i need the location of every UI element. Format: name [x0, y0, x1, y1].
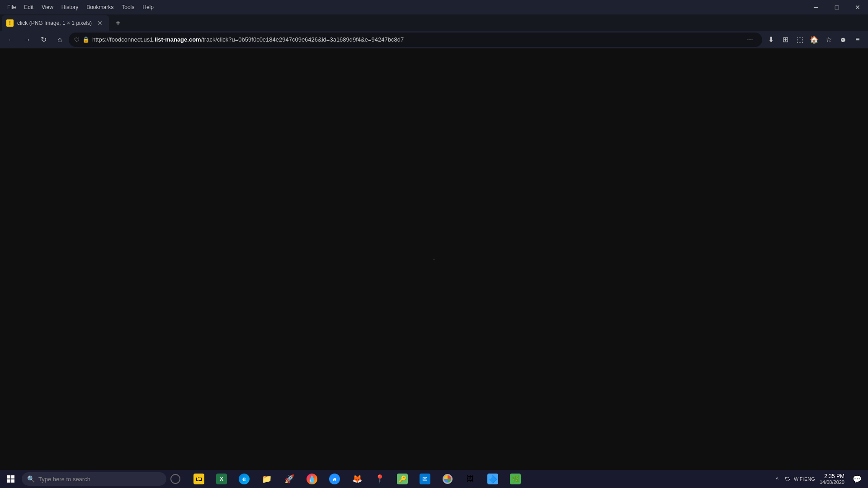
- taskbar-search-bar[interactable]: 🔍 Type here to search: [22, 472, 166, 486]
- start-button[interactable]: [0, 470, 22, 488]
- chrome-icon: [443, 474, 453, 484]
- more-options-icon[interactable]: ···: [743, 33, 757, 47]
- firefox-icon: 🦊: [352, 474, 363, 484]
- language-indicator: ENG: [805, 474, 814, 483]
- tab-close-button[interactable]: ✕: [95, 19, 104, 28]
- folder-icon: 📁: [261, 474, 272, 484]
- taskbar-app-file-explorer[interactable]: 🗂: [188, 470, 210, 488]
- notification-button[interactable]: 💬: [850, 470, 864, 488]
- taskbar-app-edge-new[interactable]: e: [233, 470, 255, 488]
- wifi-icon: WiFi: [794, 474, 803, 483]
- menu-edit[interactable]: Edit: [20, 3, 37, 11]
- downloads-button[interactable]: ⬇: [764, 33, 778, 47]
- system-tray: ^ 🛡 WiFi ENG: [773, 474, 814, 483]
- taskbar-app-chrome[interactable]: [437, 470, 458, 488]
- search-icon: 🔍: [27, 475, 35, 483]
- home-button[interactable]: ⌂: [52, 33, 67, 47]
- tab-favicon: !: [6, 19, 14, 27]
- taskbar-right: ^ 🛡 WiFi ENG 2:35 PM 14/08/2020 💬: [769, 470, 868, 488]
- rocket-icon: 🚀: [284, 474, 295, 484]
- pixel-image: [434, 259, 435, 260]
- file-explorer-icon: 🗂: [193, 474, 204, 484]
- ie-icon: e: [329, 474, 340, 484]
- url-domain: list-manage.com: [155, 36, 201, 43]
- taskbar-app-excel[interactable]: X: [211, 470, 232, 488]
- menu-view[interactable]: View: [38, 3, 57, 11]
- account-button[interactable]: ☻: [836, 33, 850, 47]
- shield-tray-icon[interactable]: 🛡: [783, 474, 793, 483]
- main-menu-button[interactable]: ≡: [851, 33, 864, 47]
- taskbar-app-folder[interactable]: 📁: [256, 470, 278, 488]
- clock-time: 2:35 PM: [820, 473, 844, 479]
- menu-help[interactable]: Help: [139, 3, 157, 11]
- menu-bookmarks[interactable]: Bookmarks: [83, 3, 117, 11]
- synced-tabs-button[interactable]: ⬚: [793, 33, 807, 47]
- navbar: ← → ↻ ⌂ 🛡 🔒 https://foodconnect.us1.list…: [0, 31, 868, 49]
- windows-logo-icon: [7, 475, 14, 483]
- photos-icon: 🖼: [465, 474, 476, 484]
- paint-icon: 💧: [307, 474, 317, 484]
- taskbar-app-ie[interactable]: e: [324, 470, 345, 488]
- taskbar-apps: 🗂 X e 📁 🚀 💧 e 🦊 📍: [184, 470, 769, 488]
- taskbar-app-green[interactable]: 🌿: [505, 470, 526, 488]
- taskbar-app-unknown[interactable]: 🔷: [482, 470, 504, 488]
- unknown-icon: 🔷: [487, 474, 498, 484]
- clock-date: 14/08/2020: [820, 479, 844, 485]
- taskbar-app-photos[interactable]: 🖼: [459, 470, 481, 488]
- green-app-icon: 🌿: [510, 474, 521, 484]
- window-controls: ─ □ ✕: [806, 0, 868, 14]
- edge-new-icon: e: [239, 474, 250, 484]
- maximize-button[interactable]: □: [826, 0, 847, 14]
- lock-icon: 🔒: [82, 36, 90, 43]
- keepass-icon: 🔑: [397, 474, 408, 484]
- menu-history[interactable]: History: [58, 3, 82, 11]
- url-suffix: /track/click?u=0b59f0c0e184e2947c09e6426…: [201, 36, 404, 43]
- titlebar: File Edit View History Bookmarks Tools H…: [0, 0, 868, 14]
- cortana-icon: [170, 474, 180, 484]
- new-tab-button[interactable]: +: [110, 15, 126, 31]
- url-prefix: https://foodconnect.us1.: [92, 36, 155, 43]
- toolbar-buttons: ⬇ ⊞ ⬚ 🏠 ☆ ☻ ≡: [764, 33, 864, 47]
- taskbar-app-firefox[interactable]: 🦊: [346, 470, 368, 488]
- bookmarks-sidebar-button[interactable]: ⊞: [778, 33, 792, 47]
- taskbar-app-mail[interactable]: ✉: [414, 470, 436, 488]
- pocket-button[interactable]: 🏠: [807, 33, 821, 47]
- taskbar-app-rocket[interactable]: 🚀: [278, 470, 300, 488]
- forward-button[interactable]: →: [20, 33, 34, 47]
- taskbar-app-keepass[interactable]: 🔑: [392, 470, 413, 488]
- reload-button[interactable]: ↻: [36, 33, 51, 47]
- security-icon: 🛡: [74, 37, 80, 43]
- mail-icon: ✉: [420, 474, 430, 484]
- taskbar-app-paint[interactable]: 💧: [301, 470, 323, 488]
- cortana-button[interactable]: [166, 470, 184, 488]
- close-button[interactable]: ✕: [847, 0, 868, 14]
- address-bar[interactable]: 🛡 🔒 https://foodconnect.us1.list-manage.…: [69, 33, 762, 47]
- excel-icon: X: [216, 474, 227, 484]
- tab-label: click (PNG Image, 1 × 1 pixels): [17, 20, 92, 26]
- menu-file[interactable]: File: [4, 3, 19, 11]
- system-clock[interactable]: 2:35 PM 14/08/2020: [818, 473, 846, 485]
- notification-icon: 💬: [853, 475, 862, 483]
- browser-tab-active[interactable]: ! click (PNG Image, 1 × 1 pixels) ✕: [2, 15, 109, 31]
- main-content: [0, 49, 868, 470]
- tray-chevron[interactable]: ^: [773, 474, 782, 483]
- menu-tools[interactable]: Tools: [118, 3, 138, 11]
- minimize-button[interactable]: ─: [806, 0, 826, 14]
- tabbar: ! click (PNG Image, 1 × 1 pixels) ✕ +: [0, 14, 868, 31]
- bookmark-star-button[interactable]: ☆: [822, 33, 835, 47]
- titlebar-menu: File Edit View History Bookmarks Tools H…: [4, 3, 806, 11]
- maps-icon: 📍: [374, 474, 385, 484]
- address-text[interactable]: https://foodconnect.us1.list-manage.com/…: [92, 36, 741, 43]
- search-placeholder-text: Type here to search: [38, 476, 90, 483]
- taskbar: 🔍 Type here to search 🗂 X e 📁 🚀 💧: [0, 470, 868, 488]
- back-button[interactable]: ←: [4, 33, 18, 47]
- taskbar-app-maps[interactable]: 📍: [369, 470, 391, 488]
